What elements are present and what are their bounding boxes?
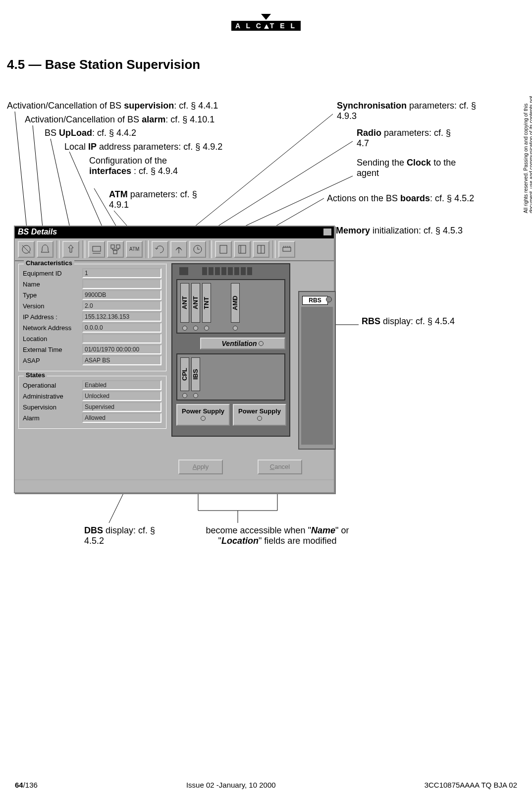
- callout-upload: BS UpLoad: cf. § 4.4.2: [45, 128, 136, 138]
- field-ext[interactable]: 01/01/1970 00:00:00: [82, 344, 161, 354]
- power-supply-1: Power Supply: [176, 404, 230, 426]
- svg-rect-30: [283, 247, 291, 251]
- callout-supervision: Activation/Cancellation of BS supervisio…: [7, 101, 218, 111]
- callout-sync: Synchronisation parameters: cf. § 4.9.3: [337, 101, 485, 121]
- label-ext: External Time: [23, 346, 82, 353]
- page-number: 64/136: [15, 781, 38, 789]
- callout-rbs: RBS display: cf. § 4.5.4: [362, 316, 461, 327]
- toolbar-memory-icon[interactable]: [278, 241, 295, 258]
- status-bar: [15, 479, 334, 492]
- field-alarm: Allowed: [82, 413, 161, 423]
- svg-text:ATM: ATM: [129, 246, 139, 252]
- doc-id: 3CC10875AAAA TQ BJA 02: [425, 781, 517, 789]
- label-ip: IP Address :: [23, 313, 82, 321]
- label-asap: ASAP: [23, 357, 82, 364]
- callout-atm: ATM parameters: cf. § 4.9.1: [109, 189, 208, 210]
- alcatel-logo: A L CT E L: [231, 14, 301, 31]
- label-loc: Location: [23, 335, 82, 343]
- callout-memory: Memory initialization: cf. § 4.5.3: [336, 226, 465, 236]
- callout-alarm: Activation/Cancellation of BS alarm: cf.…: [25, 115, 214, 125]
- apply-button[interactable]: Apply: [178, 459, 223, 474]
- label-equipid: Equipment ID: [23, 270, 82, 277]
- callout-boards: Actions on the BS boards: cf. § 4.5.2: [327, 193, 476, 204]
- callout-radio: Radio parameters: cf. § 4.7: [357, 128, 466, 149]
- label-net: Network Address: [23, 324, 82, 332]
- window-titlebar: BS Details: [15, 227, 334, 238]
- callout-clock: Sending the Clock to the agent: [357, 158, 466, 178]
- toolbar-sync-icon[interactable]: [152, 241, 168, 258]
- slot-ant2: ANT: [192, 284, 199, 322]
- label-name: Name: [23, 281, 82, 288]
- field-version[interactable]: 2.0: [82, 301, 161, 311]
- label-version: Version: [23, 302, 82, 310]
- toolbar-supervision-icon[interactable]: [18, 241, 35, 258]
- section-heading: 4.5 — Base Station Supervision: [7, 57, 200, 72]
- cancel-button[interactable]: Cancel: [258, 459, 302, 474]
- page-footer: 64/136 Issue 02 -January, 10 2000 3CC108…: [0, 781, 532, 789]
- callout-ip: Local IP address parameters: cf. § 4.9.2: [64, 142, 222, 152]
- characteristics-group: Characteristics Equipment ID1 Name Type9…: [18, 263, 166, 371]
- copyright-vertical: All rights reserved. Passing on and copy…: [523, 84, 532, 213]
- states-legend: States: [24, 371, 47, 379]
- field-name[interactable]: [82, 279, 161, 289]
- toolbar-board3-icon[interactable]: [253, 241, 269, 258]
- label-sup: Supervision: [23, 403, 82, 411]
- slot-ant1: ANT: [181, 284, 188, 322]
- field-equipid[interactable]: 1: [82, 268, 161, 278]
- field-net[interactable]: 0.0.0.0: [82, 323, 161, 333]
- section-title: Base Station Supervision: [45, 57, 201, 72]
- label-type: Type: [23, 291, 82, 299]
- window-title: BS Details: [18, 228, 57, 236]
- toolbar-radio-icon[interactable]: [170, 241, 187, 258]
- callout-interfaces: Configuration of the interfaces : cf. § …: [89, 156, 188, 176]
- field-admin: Unlocked: [82, 391, 161, 401]
- field-op: Enabled: [82, 380, 161, 390]
- window-control-icon[interactable]: [323, 228, 332, 236]
- slot-tnt: TNT: [203, 284, 210, 322]
- toolbar-board1-icon[interactable]: [215, 241, 232, 258]
- toolbar-atm-icon[interactable]: ATM: [126, 241, 143, 258]
- label-admin: Administrative: [23, 393, 82, 400]
- rbs-label: RBS: [302, 296, 328, 305]
- slot-cpl: CPL: [181, 358, 188, 391]
- issue-date: Issue 02 -January, 10 2000: [186, 781, 276, 789]
- states-group: States OperationalEnabled Administrative…: [18, 375, 166, 429]
- svg-rect-22: [113, 250, 117, 254]
- field-ip[interactable]: 155.132.136.153: [82, 312, 161, 322]
- toolbar-interfaces-icon[interactable]: [107, 241, 124, 258]
- label-alarm: Alarm: [23, 414, 82, 422]
- section-number: 4.5: [7, 57, 25, 72]
- field-loc[interactable]: [82, 334, 161, 344]
- slot-ibs: IBS: [192, 358, 199, 391]
- toolbar: ATM: [15, 238, 334, 261]
- field-asap[interactable]: ASAP BS: [82, 355, 161, 365]
- toolbar-alarm-icon[interactable]: [37, 241, 53, 258]
- field-type[interactable]: 9900DB: [82, 290, 161, 300]
- characteristics-legend: Characteristics: [24, 259, 74, 267]
- toolbar-ip-icon[interactable]: [88, 241, 105, 258]
- svg-rect-21: [116, 245, 120, 248]
- rbs-panel: RBS: [298, 291, 336, 450]
- bs-details-window: BS Details ATM: [14, 226, 335, 493]
- toolbar-clock-icon[interactable]: [189, 241, 206, 258]
- cancel-label: ancel: [274, 463, 290, 470]
- svg-rect-25: [220, 245, 227, 253]
- callout-dbs: DBS display: cf. § 4.5.2: [84, 525, 163, 546]
- callout-apply-cancel: become accessible when "Name" or "Locati…: [188, 525, 367, 546]
- section-dash: —: [28, 57, 41, 72]
- svg-rect-20: [111, 245, 114, 248]
- svg-rect-26: [239, 245, 246, 253]
- toolbar-board2-icon[interactable]: [234, 241, 251, 258]
- label-op: Operational: [23, 382, 82, 389]
- slot-amd: AMD: [231, 284, 239, 322]
- apply-label: pply: [197, 463, 209, 470]
- field-sup: Supervised: [82, 402, 161, 412]
- power-supply-2: Power Supply: [233, 404, 286, 426]
- svg-rect-18: [93, 246, 101, 251]
- ventilation-box: Ventilation: [200, 338, 285, 349]
- toolbar-upload-icon[interactable]: [62, 241, 79, 258]
